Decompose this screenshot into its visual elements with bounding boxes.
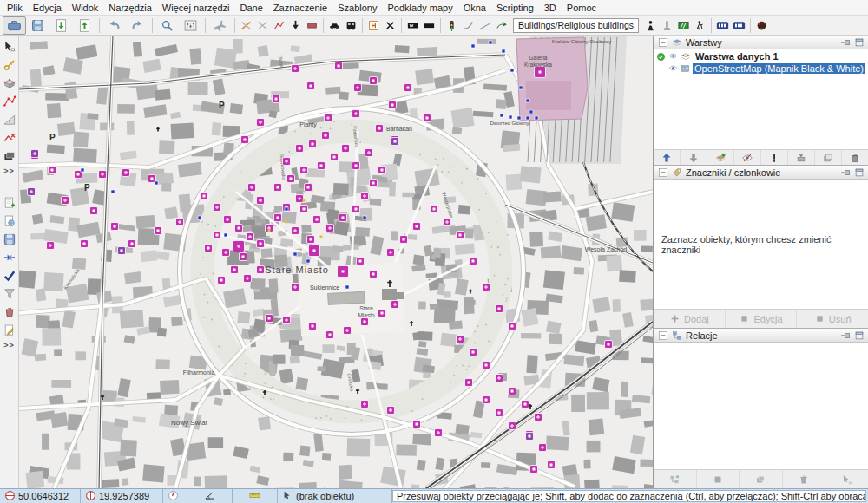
religious-building-marker[interactable] xyxy=(90,207,98,215)
select-button[interactable] xyxy=(1,37,18,56)
node-marker[interactable] xyxy=(293,252,297,256)
preset-search-combobox[interactable]: Buildings/Religious buildings xyxy=(513,18,639,33)
religious-building-marker[interactable] xyxy=(352,110,360,118)
religious-building-marker[interactable] xyxy=(335,62,343,70)
node-marker[interactable] xyxy=(155,181,158,185)
menu-item-3[interactable]: Widok xyxy=(67,0,104,15)
religious-building-marker[interactable] xyxy=(300,167,308,174)
religious-building-marker[interactable] xyxy=(274,184,282,192)
motorway-w-button[interactable] xyxy=(404,16,421,35)
incline-button[interactable] xyxy=(477,16,493,35)
detach-button[interactable] xyxy=(853,167,865,178)
religious-building-marker[interactable] xyxy=(509,323,516,330)
open-button[interactable] xyxy=(3,16,26,35)
node-marker[interactable] xyxy=(526,116,529,120)
node-marker[interactable] xyxy=(526,99,529,102)
religious-building-marker[interactable] xyxy=(413,223,421,231)
religious-building-marker[interactable] xyxy=(370,77,378,85)
religious-building-marker[interactable] xyxy=(325,114,332,122)
collapse-button[interactable] xyxy=(657,330,668,341)
airport-button[interactable] xyxy=(208,16,232,35)
upload-button[interactable] xyxy=(73,16,96,35)
religious-building-marker[interactable] xyxy=(296,195,304,203)
religious-building-marker[interactable] xyxy=(296,145,304,153)
node-red-button[interactable] xyxy=(271,16,287,35)
religious-building-marker[interactable] xyxy=(257,197,265,205)
layer-name[interactable]: Warstwa danych 1 xyxy=(694,51,780,62)
search-button[interactable] xyxy=(155,16,179,35)
junction-gray-button[interactable] xyxy=(254,16,271,35)
node-marker[interactable] xyxy=(519,86,523,89)
menu-item-9[interactable]: Podkłady mapy xyxy=(382,0,457,15)
religious-building-marker[interactable] xyxy=(49,167,56,174)
save-button[interactable] xyxy=(26,16,49,35)
node-marker[interactable] xyxy=(111,190,115,193)
religious-building-marker[interactable] xyxy=(283,158,291,166)
filter-button[interactable] xyxy=(1,284,18,303)
religious-building-marker[interactable] xyxy=(81,240,89,248)
bus-button[interactable] xyxy=(343,16,359,35)
layer-row[interactable]: OpenStreetMap (Mapnik Black & White) xyxy=(654,62,868,75)
religious-building-marker[interactable] xyxy=(47,242,55,250)
religious-building-marker[interactable] xyxy=(470,349,477,356)
menu-item-10[interactable]: Okna xyxy=(458,0,491,15)
node-marker[interactable] xyxy=(285,207,288,211)
improve-button[interactable] xyxy=(1,92,18,110)
religious-building-marker[interactable] xyxy=(357,258,365,265)
religious-building-marker[interactable] xyxy=(233,241,245,252)
religious-building-marker[interactable] xyxy=(313,216,321,224)
religious-building-marker[interactable] xyxy=(240,253,247,261)
religious-building-marker[interactable] xyxy=(28,188,36,196)
pawn-button[interactable] xyxy=(642,16,659,35)
religious-building-marker[interactable] xyxy=(470,258,477,265)
religious-building-marker[interactable] xyxy=(244,275,252,283)
open-location-button[interactable] xyxy=(1,212,18,230)
pin-button[interactable] xyxy=(839,37,851,48)
religious-building-marker[interactable] xyxy=(224,216,232,224)
layer-name[interactable]: OpenStreetMap (Mapnik Black & White) xyxy=(693,63,865,74)
purge-button[interactable] xyxy=(1,303,18,321)
religious-building-marker[interactable] xyxy=(605,341,613,349)
religious-building-marker[interactable] xyxy=(496,305,503,313)
religious-building-marker[interactable] xyxy=(309,140,317,148)
tags-dodaj-button[interactable]: Dodaj xyxy=(654,310,726,328)
religious-building-marker[interactable] xyxy=(318,162,326,170)
religious-building-marker[interactable] xyxy=(155,227,162,235)
religious-building-marker[interactable] xyxy=(214,232,221,239)
religious-building-marker[interactable] xyxy=(400,236,408,244)
religious-building-marker[interactable] xyxy=(435,429,443,437)
religious-building-marker[interactable] xyxy=(292,65,299,73)
tags-usu-button[interactable]: Usuń xyxy=(797,310,868,328)
religious-building-marker[interactable] xyxy=(342,145,350,153)
junction-orange-button[interactable] xyxy=(238,16,254,35)
new-layer-button[interactable] xyxy=(1,193,18,212)
menu-item-8[interactable]: Szablony xyxy=(332,0,382,15)
religious-building-marker[interactable] xyxy=(483,396,490,404)
crossing-button[interactable] xyxy=(675,16,692,35)
religious-building-marker[interactable] xyxy=(241,136,249,144)
layer-delete-button[interactable] xyxy=(842,150,868,165)
religious-building-marker[interactable] xyxy=(509,422,516,430)
religious-building-marker[interactable] xyxy=(496,375,503,382)
religious-building-marker[interactable] xyxy=(274,214,282,222)
religious-building-marker[interactable] xyxy=(548,461,556,469)
religious-building-marker[interactable] xyxy=(539,444,547,452)
religious-building-marker[interactable] xyxy=(122,169,130,177)
piste-button[interactable] xyxy=(460,16,477,35)
religious-building-marker[interactable] xyxy=(376,125,384,133)
more-tools-button[interactable]: >> xyxy=(1,165,18,176)
node-marker[interactable] xyxy=(500,114,503,117)
merge-button[interactable] xyxy=(1,248,18,266)
religious-building-marker[interactable] xyxy=(370,271,378,278)
religious-building-marker[interactable] xyxy=(526,433,534,441)
node-marker[interactable] xyxy=(489,41,492,44)
node-marker[interactable] xyxy=(510,69,514,72)
religious-building-marker[interactable] xyxy=(352,162,360,170)
delete-way-button[interactable] xyxy=(1,128,18,147)
node-marker[interactable] xyxy=(471,44,475,48)
relations-tool-3-button[interactable] xyxy=(740,470,783,488)
map-canvas[interactable]: KarmelickaDługaWesterplatteGrodzkaSławko… xyxy=(19,36,653,488)
layer-duplicate-button[interactable] xyxy=(815,150,842,165)
religious-building-marker[interactable] xyxy=(389,101,397,109)
religious-building-marker[interactable] xyxy=(361,193,369,200)
